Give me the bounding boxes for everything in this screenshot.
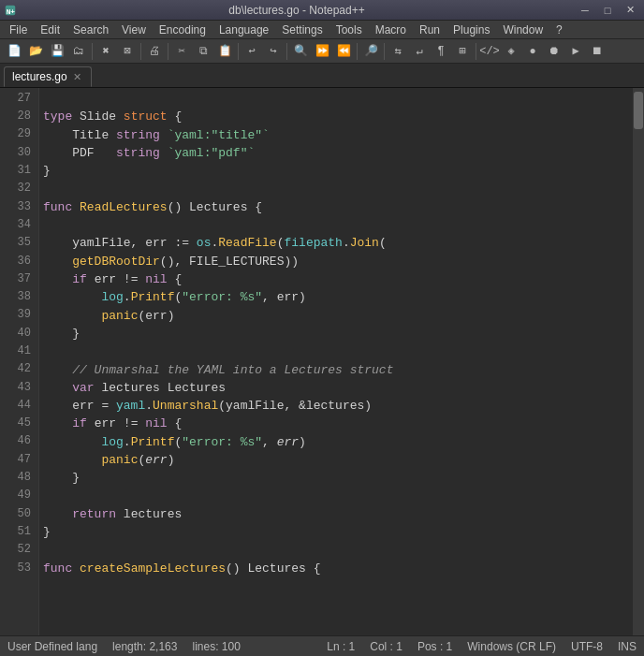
new-button[interactable]: 📄 — [4, 41, 24, 62]
status-right: Ln : 1 Col : 1 Pos : 1 Windows (CR LF) U… — [327, 640, 637, 653]
word-wrap-button[interactable]: ↵ — [409, 41, 430, 62]
menu-plugins[interactable]: Plugins — [447, 22, 495, 38]
code-line-42: var lectures Lectures — [43, 379, 629, 397]
code-line-53 — [43, 577, 629, 595]
find-next-button[interactable]: ⏩ — [312, 41, 332, 62]
paste-button[interactable]: 📋 — [214, 41, 235, 62]
menu-encoding[interactable]: Encoding — [154, 22, 212, 38]
code-line-50: } — [43, 523, 629, 541]
menu-bar: File Edit Search View Encoding Language … — [0, 21, 644, 39]
line-num-41: 41 — [7, 343, 31, 360]
status-ins: INS — [618, 640, 637, 653]
redo-button[interactable]: ↪ — [263, 41, 284, 62]
menu-search[interactable]: Search — [67, 22, 114, 38]
tab-lectures-go[interactable]: lectures.go ✕ — [4, 66, 92, 87]
code-line-28: type Slide struct { — [43, 108, 629, 125]
code-area[interactable]: type Slide struct { Title string `yaml:"… — [39, 88, 633, 635]
svg-text:N+: N+ — [7, 7, 16, 15]
play-button[interactable]: ▶ — [565, 41, 586, 62]
sync-button[interactable]: ⇆ — [388, 41, 408, 62]
app-icon: N+ — [4, 3, 19, 18]
code-line-36: if err != nil { — [43, 270, 629, 288]
code-line-40 — [43, 343, 629, 360]
toolbar-separator-5 — [286, 43, 287, 60]
menu-run[interactable]: Run — [414, 22, 446, 38]
code-line-37: log.Printf("error: %s", err) — [43, 288, 629, 306]
line-num-52: 52 — [7, 541, 31, 559]
tab-label: lectures.go — [12, 70, 67, 83]
toolbar-separator-4 — [238, 43, 239, 60]
cut-button[interactable]: ✂ — [171, 41, 192, 62]
line-num-28: 28 — [7, 108, 31, 125]
close-button[interactable]: ✕ — [620, 2, 640, 19]
code-line-34 — [43, 216, 629, 234]
find-prev-button[interactable]: ⏪ — [333, 41, 354, 62]
toolbar-separator-8 — [476, 43, 476, 60]
line-num-32: 32 — [7, 180, 31, 197]
code-line-47: } — [43, 469, 629, 487]
scrollbar-thumb[interactable] — [634, 92, 643, 129]
menu-language[interactable]: Language — [213, 22, 274, 38]
code-line-39: } — [43, 325, 629, 343]
toolbar-separator-7 — [384, 43, 385, 60]
record-button[interactable]: ⏺ — [544, 41, 564, 62]
print-button[interactable]: 🖨 — [144, 41, 165, 62]
menu-settings[interactable]: Settings — [276, 22, 328, 38]
code-line-30: PDF string `yaml:"pdf"` — [43, 144, 629, 162]
minimize-button[interactable]: ─ — [575, 2, 595, 19]
line-num-33: 33 — [7, 198, 31, 216]
line-num-45: 45 — [7, 415, 31, 432]
menu-window[interactable]: Window — [497, 22, 549, 38]
code-line-41: // Unmarshal the YAML into a Lectures st… — [43, 360, 629, 378]
code-line-33: func ReadLectures() Lectures { — [43, 198, 629, 216]
menu-help[interactable]: ? — [550, 22, 568, 38]
line-num-48: 48 — [7, 469, 31, 487]
code-line-44: if err != nil { — [43, 415, 629, 432]
tab-close-icon[interactable]: ✕ — [73, 71, 81, 83]
line-num-46: 46 — [7, 433, 31, 451]
toolbar-separator-3 — [168, 43, 168, 60]
line-num-36: 36 — [7, 253, 31, 270]
title-bar: N+ db\lectures.go - Notepad++ ─ □ ✕ — [0, 0, 644, 21]
line-num-40: 40 — [7, 325, 31, 343]
line-num-44: 44 — [7, 397, 31, 415]
status-pos: Pos : 1 — [417, 640, 452, 653]
all-chars-button[interactable]: ¶ — [431, 41, 451, 62]
macro-button[interactable]: ● — [522, 41, 543, 62]
menu-edit[interactable]: Edit — [35, 22, 66, 38]
save-button[interactable]: 💾 — [47, 41, 67, 62]
open-button[interactable]: 📂 — [25, 41, 46, 62]
line-num-27: 27 — [7, 90, 31, 108]
code-line-31: } — [43, 162, 629, 180]
line-num-49: 49 — [7, 488, 31, 505]
save-all-button[interactable]: 🗂 — [68, 41, 89, 62]
line-num-43: 43 — [7, 379, 31, 397]
stop-button[interactable]: ⏹ — [587, 41, 607, 62]
status-bar: User Defined lang length: 2,163 lines: 1… — [0, 635, 644, 656]
menu-tools[interactable]: Tools — [330, 22, 368, 38]
copy-button[interactable]: ⧉ — [193, 41, 213, 62]
menu-view[interactable]: View — [116, 22, 152, 38]
close-button[interactable]: ✖ — [95, 41, 116, 62]
line-numbers: 27 28 29 30 31 32 33 34 35 36 37 38 39 4… — [0, 88, 39, 635]
maximize-button[interactable]: □ — [597, 2, 618, 19]
html-button[interactable]: ◈ — [501, 41, 521, 62]
encoding-toggle[interactable]: </> — [479, 41, 500, 62]
code-line-45: log.Printf("error: %s", err) — [43, 433, 629, 451]
zoom-in-button[interactable]: 🔎 — [360, 41, 381, 62]
code-line-27 — [43, 90, 629, 108]
code-line-35: yamlFile, err := os.ReadFile(filepath.Jo… — [43, 234, 629, 252]
close-all-button[interactable]: ⊠ — [117, 41, 138, 62]
menu-file[interactable]: File — [4, 22, 33, 38]
find-button[interactable]: 🔍 — [290, 41, 311, 62]
status-encoding: UTF-8 — [571, 640, 603, 653]
indent-button[interactable]: ⊞ — [452, 41, 473, 62]
line-num-50: 50 — [7, 505, 31, 523]
status-lang: User Defined lang — [7, 640, 97, 653]
vertical-scrollbar[interactable] — [633, 88, 644, 635]
code-line-32 — [43, 180, 629, 197]
menu-macro[interactable]: Macro — [370, 22, 412, 38]
code-line-52: func createSampleLectures() Lectures { — [43, 560, 629, 577]
code-line-43: err = yaml.Unmarshal(yamlFile, &lectures… — [43, 397, 629, 415]
undo-button[interactable]: ↩ — [242, 41, 262, 62]
